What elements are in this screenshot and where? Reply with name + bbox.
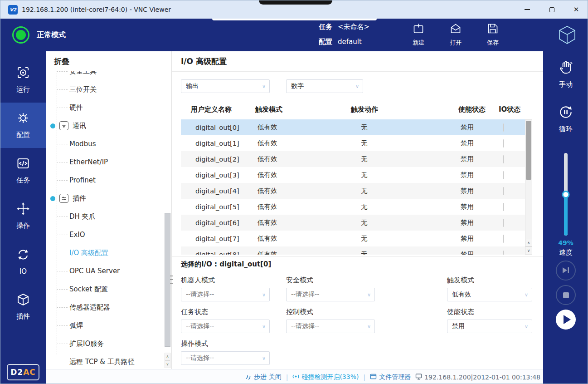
mode-indicator: 正常模式 (12, 26, 66, 44)
io-state-checkbox[interactable] (503, 219, 504, 227)
header-highlight-bar (212, 19, 377, 20)
table-row[interactable]: digital_out[5] 低有效 无 禁用 (181, 199, 525, 215)
table-row[interactable]: digital_out[3] 低有效 无 禁用 (181, 167, 525, 183)
maximize-button[interactable] (539, 0, 564, 19)
io-state-checkbox[interactable] (503, 155, 504, 163)
network-time-status: 192.168.1.200|2012-01-01 00:13:48 (415, 373, 540, 381)
d2ac-logo: D2AC (7, 364, 39, 380)
vnc-logo-icon: V2 (8, 5, 18, 15)
table-scrollbar[interactable]: ∧ ∨ (525, 119, 532, 255)
speed-slider[interactable] (564, 153, 568, 236)
tree-item-ethernet-ip[interactable]: EtherNet/IP (46, 153, 171, 171)
table-row[interactable]: digital_out[0] 低有效 无 禁用 (181, 119, 525, 135)
tree-item-arc-welding[interactable]: 弧焊 (46, 316, 171, 335)
sidebar-item-plugin[interactable]: 插件 (0, 284, 46, 330)
scroll-down-button[interactable]: ∨ (525, 246, 532, 254)
tree-list: 安全工具 三位开关 硬件 通讯 Modbus EtherNet/IP Profi… (46, 71, 171, 369)
tree-item-three-position-switch[interactable]: 三位开关 (46, 80, 171, 98)
open-button[interactable]: 打开 (442, 22, 470, 47)
tree-item-hardware[interactable]: 硬件 (46, 98, 171, 117)
sidebar-item-io[interactable]: IO (0, 239, 46, 284)
column-header: 用户定义名称 (181, 105, 249, 114)
page-title: I/O 高级配置 (172, 51, 543, 72)
tree-item-extended-io-service[interactable]: 扩展IO服务 (46, 335, 171, 353)
io-state-checkbox[interactable] (503, 171, 504, 179)
tree-scrollbar[interactable]: ∧ ∨ (165, 72, 170, 368)
table-row[interactable]: digital_out[4] 低有效 无 禁用 (181, 183, 525, 199)
file-manager-button[interactable]: 文件管理器 (370, 373, 411, 381)
table-row[interactable]: digital_out[1] 低有效 无 禁用 (181, 135, 525, 151)
operation-mode-select[interactable]: --请选择--∨ (181, 351, 270, 365)
control-mode-select[interactable]: --请选择--∨ (286, 320, 375, 333)
tree-item-remote-tcp-toolpath[interactable]: 远程 TCP & 工具路径 (46, 353, 171, 369)
save-button[interactable]: 保存 (479, 22, 507, 47)
sidebar-item-run[interactable]: 运行 (0, 57, 46, 103)
scroll-up-button[interactable]: ∧ (525, 239, 532, 246)
io-state-checkbox[interactable] (503, 139, 504, 148)
enable-state-select[interactable]: 禁用∨ (447, 320, 532, 333)
enable-state-field: 使能状态 禁用∨ (447, 308, 532, 333)
save-floppy-icon (486, 22, 499, 36)
section-divider (172, 256, 543, 257)
column-header: 使能状态 (448, 105, 496, 114)
window-controls: ✕ (515, 0, 588, 19)
sidebar-item-task[interactable]: 任务 (0, 148, 46, 193)
sidebar-item-operate[interactable]: 操作 (0, 193, 46, 239)
minimize-button[interactable] (515, 0, 539, 19)
table-row[interactable]: digital_out[6] 低有效 无 禁用 (181, 215, 525, 231)
io-state-checkbox[interactable] (503, 251, 504, 255)
collision-detection-status[interactable]: 碰撞检测开启(33%) (292, 373, 359, 381)
tree-node-dot (50, 196, 55, 201)
step-mode-status[interactable]: 步进 关闭 (245, 373, 281, 381)
scroll-down-button[interactable]: ∨ (165, 360, 170, 368)
task-state-select[interactable]: --请选择--∨ (181, 320, 270, 333)
tree-item-profinet[interactable]: Profinet (46, 171, 171, 189)
task-info: 任务 <未命名> 配置 default (319, 22, 369, 52)
config-label: 配置 (319, 38, 332, 46)
tree-item-safety-tool[interactable]: 安全工具 (46, 71, 171, 80)
panel-splitter-handle[interactable] (170, 276, 173, 284)
scroll-up-button[interactable]: ∧ (165, 353, 170, 360)
table-row[interactable]: digital_out[8] 低有效 无 禁用 (181, 246, 525, 255)
folder-window-icon (370, 373, 377, 381)
tree-item-modbus[interactable]: Modbus (46, 135, 171, 153)
io-state-checkbox[interactable] (503, 123, 504, 132)
close-button[interactable]: ✕ (564, 0, 588, 19)
slider-thumb[interactable] (562, 191, 570, 198)
tree-item-plugin[interactable]: 插件 (46, 189, 171, 207)
direction-select[interactable]: 输出 ∨ (181, 79, 270, 93)
tree-item-sensor-adapter[interactable]: 传感器适配器 (46, 298, 171, 316)
io-state-checkbox[interactable] (503, 203, 504, 211)
step-forward-button[interactable] (556, 261, 576, 281)
tree-item-communication[interactable]: 通讯 (46, 117, 171, 135)
collapse-button[interactable]: 折叠 (46, 51, 171, 71)
new-button[interactable]: 新建 (404, 22, 432, 47)
safety-mode-field: 安全模式 --请选择--∨ (286, 276, 375, 301)
stop-button[interactable] (556, 285, 576, 305)
table-row[interactable]: digital_out[7] 低有效 无 禁用 (181, 231, 525, 246)
tree-item-io-advanced-config[interactable]: I/O 高级配置 (46, 244, 171, 262)
task-state-field: 任务状态 --请选择--∨ (181, 308, 270, 333)
table-row[interactable]: digital_out[2] 低有效 无 禁用 (181, 151, 525, 167)
signal-type-select[interactable]: 数字 ∨ (286, 79, 363, 93)
selected-io-label: 选择的I/O : digital_out[0] (181, 260, 271, 269)
column-header: 触发动作 (342, 105, 448, 114)
sidebar-item-config[interactable]: 配置 (0, 103, 46, 148)
tree-item-dh-gripper[interactable]: DH 夹爪 (46, 207, 171, 226)
safety-mode-select[interactable]: --请选择--∨ (286, 288, 375, 301)
io-state-checkbox[interactable] (503, 235, 504, 243)
tree-item-exio[interactable]: ExIO (46, 226, 171, 244)
chevron-down-icon: ∨ (525, 292, 528, 298)
play-button[interactable] (556, 310, 576, 330)
manual-mode-button[interactable]: 手动 (543, 59, 588, 89)
robot-mode-select[interactable]: --请选择--∨ (181, 288, 270, 301)
tree-item-socket-config[interactable]: Socket 配置 (46, 280, 171, 298)
tree-item-opc-ua-server[interactable]: OPC UA Server (46, 262, 171, 280)
trigger-mode-select[interactable]: 低有效∨ (447, 288, 532, 301)
gear-icon (16, 111, 30, 127)
left-sidebar: 运行 配置 任务 操作 IO (0, 51, 46, 384)
chevron-down-icon: ∨ (262, 84, 266, 89)
io-state-checkbox[interactable] (503, 187, 504, 195)
table-scrollbar-thumb[interactable] (526, 121, 531, 180)
loop-mode-button[interactable]: 循环 (543, 104, 588, 133)
